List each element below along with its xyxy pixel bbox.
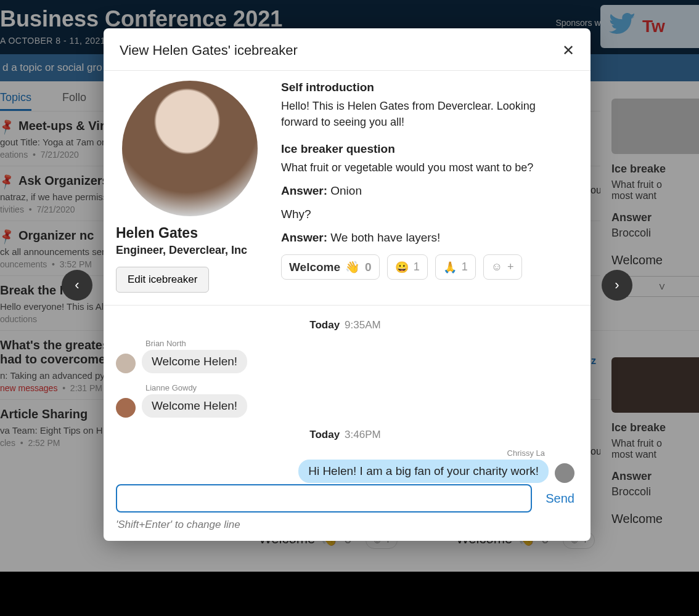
chevron-right-icon: › xyxy=(615,277,619,293)
message-bubble: Welcome Helen! xyxy=(142,350,247,373)
question-heading: Ice breaker question xyxy=(281,142,574,156)
send-button[interactable]: Send xyxy=(546,492,574,506)
composer-hint: 'Shift+Enter' to change line xyxy=(116,519,574,531)
reaction-row: Welcome 👋 0 😀 1 🙏 1 ☺ + xyxy=(281,254,574,280)
timestamp-time: 3:46PM xyxy=(345,429,381,440)
chat-timestamp: Today3:46PM xyxy=(116,429,574,441)
message-avatar xyxy=(116,398,136,418)
timestamp-day: Today xyxy=(309,429,340,440)
message-avatar xyxy=(555,463,574,483)
message-sender: Brian North xyxy=(145,339,186,348)
profile-subtitle: Engineer, Deverclear, Inc xyxy=(116,244,264,257)
wave-icon: 👋 xyxy=(345,260,360,274)
message-bubble: Welcome Helen! xyxy=(142,394,247,418)
info-column: Self introduction Hello! This is Helen G… xyxy=(281,81,574,293)
timestamp-day: Today xyxy=(309,319,340,331)
why-row: Why? xyxy=(281,208,574,221)
message-sender: Lianne Gowdy xyxy=(145,383,197,392)
profile-column: Helen Gates Engineer, Deverclear, Inc Ed… xyxy=(116,81,264,293)
close-icon: ✕ xyxy=(562,42,574,59)
message-bubble: Hi Helen! I am a big fan of your charity… xyxy=(298,460,549,483)
chevron-left-icon: ‹ xyxy=(75,277,79,293)
chat-thread: Today9:35AM Brian North Welcome Helen! L… xyxy=(104,306,591,484)
chat-message: Brian North Welcome Helen! xyxy=(116,339,574,373)
add-reaction-button[interactable]: ☺ + xyxy=(483,254,522,280)
reaction-welcome[interactable]: Welcome 👋 0 xyxy=(281,254,380,280)
next-arrow-button[interactable]: › xyxy=(602,270,632,301)
why-label: Why? xyxy=(281,208,311,221)
intro-text: Hello! This is Helen Gates from Devercle… xyxy=(281,98,574,130)
plus-icon: + xyxy=(507,261,514,274)
profile-section: Helen Gates Engineer, Deverclear, Inc Ed… xyxy=(104,71,591,306)
answer-row: Answer: Onion xyxy=(281,184,574,198)
answer-label: Answer: xyxy=(281,184,327,197)
answer-label: Answer: xyxy=(281,231,327,244)
reaction-label: Welcome xyxy=(289,261,340,274)
message-input[interactable] xyxy=(116,484,532,513)
message-composer: Send 'Shift+Enter' to change line xyxy=(104,484,591,541)
reaction-smile[interactable]: 😀 1 xyxy=(387,254,428,280)
question-text: What fruit or vegetable would you most w… xyxy=(281,160,574,176)
timestamp-time: 9:35AM xyxy=(345,319,381,331)
close-button[interactable]: ✕ xyxy=(562,42,574,59)
reaction-count: 0 xyxy=(365,261,372,274)
profile-avatar xyxy=(122,81,258,216)
answer-value: We both have layers! xyxy=(330,231,440,244)
bottom-bar xyxy=(0,572,699,616)
modal-header: View Helen Gates' icebreaker ✕ xyxy=(104,28,591,71)
icebreaker-modal: View Helen Gates' icebreaker ✕ Helen Gat… xyxy=(104,28,591,541)
profile-name: Helen Gates xyxy=(116,225,264,241)
answer-value: Onion xyxy=(330,184,362,197)
intro-heading: Self introduction xyxy=(281,81,574,94)
modal-title: View Helen Gates' icebreaker xyxy=(120,43,298,59)
reaction-count: 1 xyxy=(462,261,468,274)
reaction-pray[interactable]: 🙏 1 xyxy=(435,254,476,280)
chat-message: Lianne Gowdy Welcome Helen! xyxy=(116,383,574,418)
message-sender: Chrissy La xyxy=(507,448,545,458)
chat-message-own: Chrissy La Hi Helen! I am a big fan of y… xyxy=(116,448,574,483)
prev-arrow-button[interactable]: ‹ xyxy=(62,270,92,301)
face-icon: ☺ xyxy=(491,261,502,274)
smile-icon: 😀 xyxy=(395,261,409,274)
edit-icebreaker-button[interactable]: Edit icebreaker xyxy=(116,267,209,293)
message-avatar xyxy=(116,354,136,373)
chat-timestamp: Today9:35AM xyxy=(116,319,574,331)
answer-row: Answer: We both have layers! xyxy=(281,231,574,245)
reaction-count: 1 xyxy=(414,261,420,274)
pray-icon: 🙏 xyxy=(443,261,457,274)
